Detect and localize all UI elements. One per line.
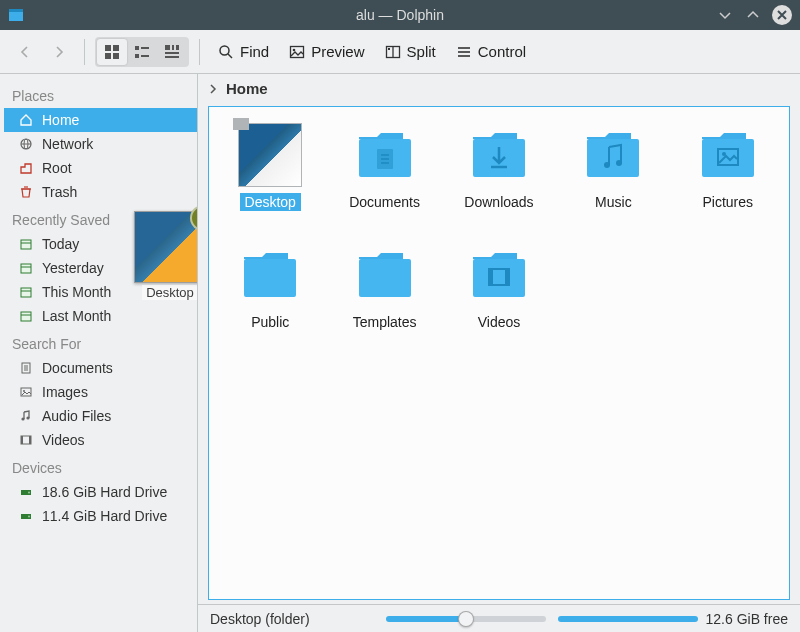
- file-label: Documents: [344, 193, 425, 211]
- folder-icon: [467, 123, 531, 187]
- close-button[interactable]: [772, 5, 792, 25]
- sidebar-item-label: Today: [42, 236, 79, 252]
- sidebar-item-label: 18.6 GiB Hard Drive: [42, 484, 167, 500]
- sidebar-item[interactable]: Audio Files: [4, 404, 197, 428]
- sidebar-item[interactable]: 18.6 GiB Hard Drive: [4, 480, 197, 504]
- icons-view-button[interactable]: [97, 39, 127, 65]
- svg-rect-1: [9, 9, 23, 12]
- file-item[interactable]: Music: [560, 121, 666, 231]
- file-item[interactable]: Documents: [331, 121, 437, 231]
- file-item[interactable]: Templates: [331, 241, 437, 351]
- sidebar-item[interactable]: Home: [4, 108, 197, 132]
- svg-rect-71: [489, 269, 493, 285]
- svg-rect-32: [21, 264, 31, 273]
- toolbar-separator: [199, 39, 200, 65]
- split-icon: [385, 44, 401, 60]
- file-label: Desktop: [240, 193, 301, 211]
- svg-rect-6: [135, 46, 139, 50]
- preview-button[interactable]: Preview: [281, 39, 372, 64]
- nav-forward-button[interactable]: [44, 41, 74, 63]
- doc-icon: [18, 360, 34, 376]
- folder-icon: [467, 243, 531, 307]
- free-space-indicator: 12.6 GiB free: [558, 611, 789, 627]
- sidebar-item-label: 11.4 GiB Hard Drive: [42, 508, 167, 524]
- sidebar-item[interactable]: Trash: [4, 180, 197, 204]
- toolbar: Find Preview Split Control: [0, 30, 800, 74]
- file-label: Music: [590, 193, 637, 211]
- control-label: Control: [478, 43, 526, 60]
- image-icon: [18, 384, 34, 400]
- calendar-icon: [18, 236, 34, 252]
- sidebar-item[interactable]: Yesterday: [4, 256, 197, 280]
- sidebar-item[interactable]: Documents: [4, 356, 197, 380]
- breadcrumb-home[interactable]: Home: [226, 80, 268, 97]
- control-button[interactable]: Control: [448, 39, 534, 64]
- find-button[interactable]: Find: [210, 39, 277, 64]
- svg-rect-21: [388, 48, 390, 50]
- sidebar-item[interactable]: This Month: [4, 280, 197, 304]
- svg-point-52: [28, 516, 30, 518]
- menu-icon: [456, 44, 472, 60]
- home-icon: [18, 112, 34, 128]
- desktop-thumbnail: [238, 123, 302, 187]
- svg-rect-13: [165, 52, 179, 54]
- zoom-slider[interactable]: [386, 616, 546, 622]
- split-button[interactable]: Split: [377, 39, 444, 64]
- trash-icon: [18, 184, 34, 200]
- sidebar-item[interactable]: Images: [4, 380, 197, 404]
- video-icon: [18, 432, 34, 448]
- file-item[interactable]: Pictures: [675, 121, 781, 231]
- status-selection: Desktop (folder): [210, 611, 310, 627]
- sidebar-item[interactable]: Videos: [4, 428, 197, 452]
- sidebar-item-label: Root: [42, 160, 72, 176]
- preview-icon: [289, 44, 305, 60]
- sidebar-item[interactable]: Last Month: [4, 304, 197, 328]
- nav-back-button[interactable]: [10, 41, 40, 63]
- zoom-slider-thumb[interactable]: [458, 611, 474, 627]
- sidebar-item-label: Home: [42, 112, 79, 128]
- svg-rect-61: [587, 139, 639, 177]
- svg-rect-47: [21, 436, 23, 444]
- folder-icon: [353, 243, 417, 307]
- details-view-button[interactable]: [157, 39, 187, 65]
- sidebar-item[interactable]: Today: [4, 232, 197, 256]
- svg-point-15: [220, 46, 229, 55]
- svg-rect-12: [176, 45, 179, 50]
- file-label: Pictures: [698, 193, 759, 211]
- svg-point-18: [293, 48, 296, 51]
- sidebar-item[interactable]: Network: [4, 132, 197, 156]
- app-icon: [8, 7, 24, 23]
- svg-rect-68: [359, 259, 411, 297]
- svg-rect-69: [473, 259, 525, 297]
- find-label: Find: [240, 43, 269, 60]
- file-item[interactable]: Desktop: [217, 121, 323, 231]
- sidebar-item[interactable]: Root: [4, 156, 197, 180]
- sidebar-item-label: Videos: [42, 432, 85, 448]
- free-space-text: 12.6 GiB free: [706, 611, 789, 627]
- statusbar: Desktop (folder) 12.6 GiB free: [198, 604, 800, 632]
- svg-rect-10: [165, 45, 170, 50]
- file-item[interactable]: Downloads: [446, 121, 552, 231]
- maximize-button[interactable]: [744, 6, 762, 24]
- breadcrumb[interactable]: Home: [198, 74, 800, 102]
- folder-icon: [353, 123, 417, 187]
- drive-icon: [18, 508, 34, 524]
- svg-rect-8: [135, 54, 139, 58]
- icon-view[interactable]: Desktop Documents Downloads Music Pictur…: [208, 106, 790, 600]
- sidebar-item[interactable]: 11.4 GiB Hard Drive: [4, 504, 197, 528]
- file-item[interactable]: Videos: [446, 241, 552, 351]
- sidebar-section-header: Places: [4, 80, 197, 108]
- capacity-bar: [558, 616, 698, 622]
- calendar-icon: [18, 284, 34, 300]
- chevron-right-icon: [208, 80, 218, 97]
- minimize-button[interactable]: [716, 6, 734, 24]
- svg-rect-30: [21, 240, 31, 249]
- window-title: alu — Dolphin: [0, 7, 800, 23]
- sidebar-item-label: Last Month: [42, 308, 111, 324]
- folder-icon: [696, 123, 760, 187]
- titlebar: alu — Dolphin: [0, 0, 800, 30]
- file-item[interactable]: Public: [217, 241, 323, 351]
- compact-view-button[interactable]: [127, 39, 157, 65]
- svg-point-62: [604, 162, 610, 168]
- file-label: Templates: [348, 313, 422, 331]
